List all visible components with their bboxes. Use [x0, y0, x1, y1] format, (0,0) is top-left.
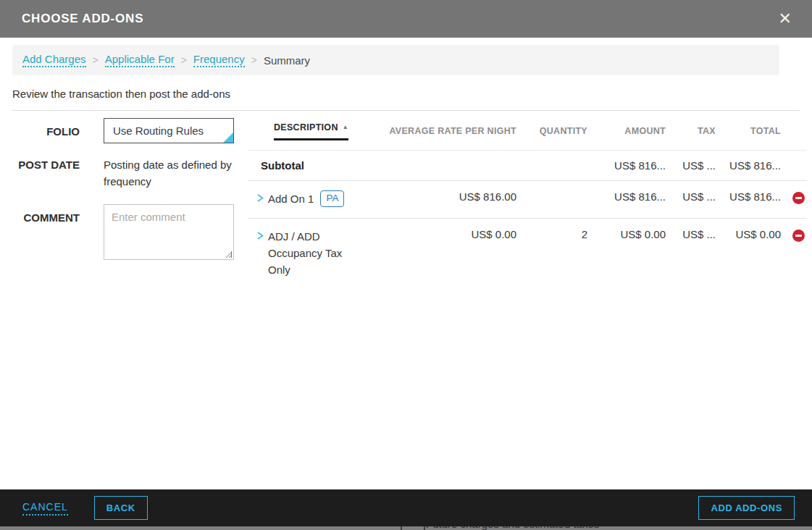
addon-avg-rate: US$ 0.00: [379, 228, 516, 240]
folio-select-value: Use Routing Rules: [113, 125, 204, 137]
column-header-description[interactable]: DESCRIPTION▲: [248, 122, 379, 140]
breadcrumb-link-add-charges[interactable]: Add Charges: [22, 53, 86, 67]
background-partial-text: Future charges and estimated taxes: [426, 526, 599, 530]
minus-icon: [795, 235, 802, 237]
breadcrumb-current-summary: Summary: [264, 54, 310, 67]
addon-avg-rate: US$ 816.00: [379, 190, 516, 203]
form-panel: FOLIO Use Routing Rules POST DATE Postin…: [12, 118, 237, 260]
comment-row: COMMENT: [12, 204, 237, 260]
breadcrumb: Add Charges > Applicable For > Frequency…: [12, 45, 779, 75]
column-header-amount[interactable]: AMOUNT: [587, 126, 666, 136]
folio-select[interactable]: Use Routing Rules: [104, 118, 234, 143]
minus-icon: [795, 197, 802, 199]
breadcrumb-separator: >: [251, 54, 257, 66]
cancel-link[interactable]: CANCEL: [22, 501, 68, 516]
pa-badge: PA: [320, 190, 344, 207]
table-row-add-on-1: Add On 1 PA US$ 816.00 US$ 816... US$ ..…: [248, 181, 807, 219]
subtotal-tax: US$ ...: [666, 159, 716, 172]
background-table-line: [424, 526, 425, 530]
back-button[interactable]: BACK: [94, 496, 148, 520]
breadcrumb-separator: >: [181, 54, 187, 66]
addon-tax: US$ ...: [666, 228, 716, 240]
addons-table: DESCRIPTION▲ AVERAGE RATE PER NIGHT QUAN…: [248, 112, 807, 293]
table-row-adj-add-occupancy-tax: ADJ / ADD Occupancy Tax Only US$ 0.00 2 …: [248, 219, 807, 293]
dropdown-corner-icon: [223, 132, 233, 143]
expand-chevron-icon[interactable]: [255, 192, 266, 204]
subtotal-amount: US$ 816...: [587, 159, 666, 172]
post-date-row: POST DATE Posting date as defined by fre…: [12, 155, 237, 190]
addon-name: ADJ / ADD Occupancy Tax Only: [268, 228, 352, 278]
post-date-label: POST DATE: [12, 155, 80, 190]
content-divider: [12, 110, 800, 111]
comment-label: COMMENT: [12, 204, 80, 260]
column-header-quantity[interactable]: QUANTITY: [516, 126, 587, 136]
addon-name: Add On 1: [268, 190, 314, 207]
breadcrumb-link-applicable-for[interactable]: Applicable For: [105, 53, 175, 67]
table-row-subtotal: Subtotal US$ 816... US$ ... US$ 816...: [248, 151, 807, 181]
addon-quantity: 2: [516, 228, 587, 240]
folio-label: FOLIO: [12, 118, 80, 143]
post-date-value: Posting date as defined by frequency: [104, 155, 234, 190]
folio-row: FOLIO Use Routing Rules: [12, 118, 237, 143]
column-header-avg-rate[interactable]: AVERAGE RATE PER NIGHT: [379, 126, 516, 136]
close-icon[interactable]: ✕: [774, 9, 796, 28]
modal-header: CHOOSE ADD-ONS ✕: [0, 0, 812, 38]
column-header-tax[interactable]: TAX: [666, 126, 716, 136]
remove-addon-button[interactable]: [792, 230, 805, 242]
add-addons-button[interactable]: ADD ADD-ONS: [698, 496, 795, 520]
breadcrumb-separator: >: [93, 54, 99, 66]
column-header-description-label: DESCRIPTION: [274, 122, 338, 132]
addon-tax: US$ ...: [666, 190, 716, 203]
remove-addon-button[interactable]: [792, 192, 805, 204]
addon-total: US$ 816...: [716, 190, 781, 203]
addon-amount: US$ 816...: [587, 190, 666, 203]
column-header-total[interactable]: TOTAL: [716, 126, 781, 136]
table-header-row: DESCRIPTION▲ AVERAGE RATE PER NIGHT QUAN…: [248, 112, 807, 151]
modal-footer: CANCEL BACK ADD ADD-ONS: [0, 489, 812, 526]
subtotal-label: Subtotal: [248, 159, 379, 172]
addon-amount: US$ 0.00: [587, 228, 666, 240]
subtotal-total: US$ 816...: [716, 159, 781, 172]
instruction-text: Review the transaction then post the add…: [12, 88, 230, 100]
breadcrumb-link-frequency[interactable]: Frequency: [193, 53, 245, 67]
expand-chevron-icon[interactable]: [255, 230, 266, 242]
resize-handle-icon[interactable]: [225, 251, 232, 258]
background-table-line: [401, 526, 402, 530]
addon-total: US$ 0.00: [716, 228, 781, 240]
comment-textarea[interactable]: [104, 204, 234, 260]
modal-title: CHOOSE ADD-ONS: [22, 12, 143, 26]
sort-ascending-icon: ▲: [343, 124, 348, 130]
dimmed-background-strip: Future charges and estimated taxes: [0, 526, 812, 530]
